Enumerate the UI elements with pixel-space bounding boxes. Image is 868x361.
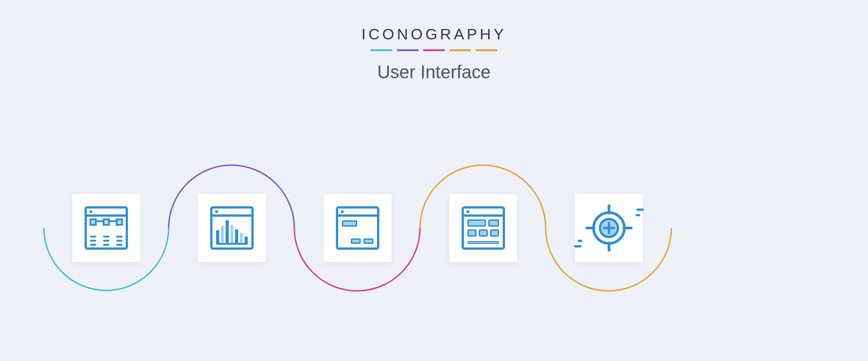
icon-card: [72, 194, 140, 262]
brand-underline: [0, 49, 868, 51]
underline-segment: [397, 49, 419, 51]
page-header: ICONOGRAPHY User Interface: [0, 25, 868, 82]
target-crosshair-icon: [584, 203, 634, 253]
layout-grid-window-icon: [462, 206, 505, 250]
brand-title: ICONOGRAPHY: [0, 25, 868, 43]
underline-segment: [371, 49, 392, 51]
underline-segment: [449, 49, 471, 51]
form-dialog-window-icon: [336, 206, 379, 250]
sitemap-columns-icon: [85, 206, 128, 250]
icon-card: [198, 194, 266, 262]
icon-card: [449, 194, 517, 262]
icon-card: [575, 194, 643, 262]
underline-segment: [423, 49, 445, 51]
icon-card: [324, 194, 392, 262]
underline-segment: [476, 49, 497, 51]
category-subtitle: User Interface: [0, 62, 868, 82]
bar-chart-window-icon: [210, 206, 254, 250]
